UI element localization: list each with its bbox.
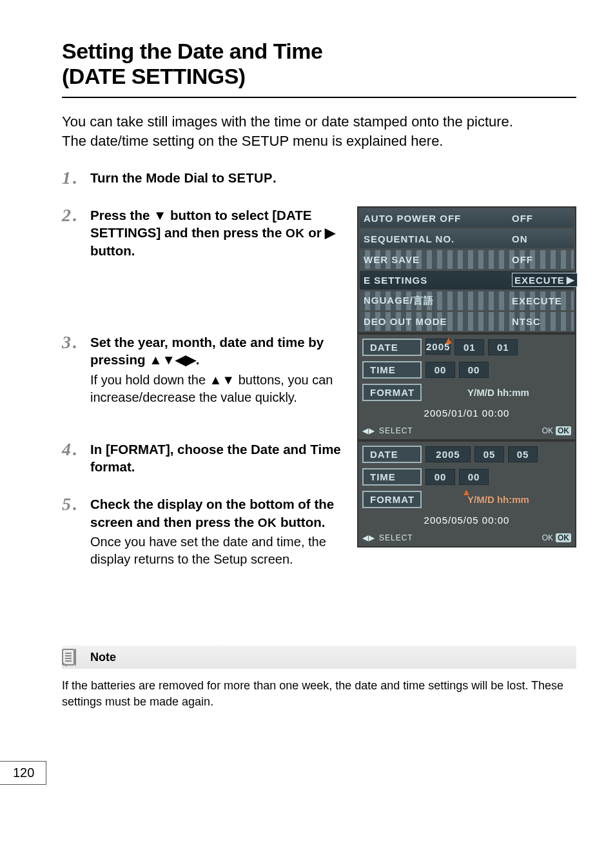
step-2-instruction: Press the ▼ button to select [DATE SETTI… [90,206,347,260]
title-line1: Setting the Date and Time [62,39,322,63]
select-label: SELECT [379,533,413,542]
date-row: DATE ▲ 2005 01 01 [362,339,571,356]
step-3-sub: If you hold down the ▲▼ buttons, you can… [90,371,347,406]
step-1-number: 1. [62,169,81,187]
time-row: TIME 00 00 [362,468,571,486]
triangle-right-icon: ▶ [567,274,575,286]
intro-text: You can take still images with the time … [62,112,576,150]
ok-chip: OK [556,426,571,435]
date-row: DATE 2005 05 05 [362,446,571,463]
step-4-number: 4. [62,440,81,476]
format-row: FORMAT ▲ Y/M/D hh:mm [362,491,571,508]
select-label: SELECT [379,426,413,435]
date-settings-screen-1: DATE ▲ 2005 01 01 TIME 00 00 FORMAT Y/M/… [357,333,576,440]
date-settings-screen-2: DATE 2005 05 05 TIME 00 00 FORMAT ▲ Y/M/… [357,440,576,547]
format-row: FORMAT Y/M/D hh:mm [362,384,571,401]
setup-row-date-settings: E SETTINGS EXECUTE▶ [360,271,574,290]
step-5-instruction: Check the display on the bottom of the s… [90,495,347,531]
setup-row-power-save: WER SAVE OFF [360,250,574,269]
step-1-instruction: Turn the Mode Dial to SETUP. [90,169,576,187]
step-3: 3. Set the year, month, date and time by… [62,333,347,406]
step-1: 1. Turn the Mode Dial to SETUP. [62,169,576,187]
setup-row-language: NGUAGE/言語 EXECUTE [360,291,574,310]
setup-menu-screenshot: AUTO POWER OFF OFF SEQUENTIAL NO. ON WER… [357,206,576,333]
setup-row-video-out: DEO OUT MODE NTSC [360,312,574,331]
step-4-instruction: In [FORMAT], choose the Date and Time fo… [90,440,347,476]
step-5-sub: Once you have set the date and time, the… [90,533,347,568]
combined-datetime: 2005/05/05 00:00 [362,515,571,526]
step-5: 5. Check the display on the bottom of th… [62,495,347,568]
step-2-number: 2. [62,206,81,260]
setup-row-auto-power-off: AUTO POWER OFF OFF [360,209,574,228]
note-icon [62,647,84,667]
intro-text-2: The date/time setting on the SETUP menu … [62,133,444,149]
cursor-up-icon: ▲ [444,335,454,346]
combined-datetime: 2005/01/01 00:00 [362,408,571,419]
note-title: Note [90,651,116,664]
page-title: Setting the Date and Time (DATE SETTINGS… [62,39,576,98]
time-row: TIME 00 00 [362,361,571,379]
title-line2: (DATE SETTINGS) [62,64,246,88]
note-body: If the batteries are removed for more th… [62,678,576,709]
step-3-instruction: Set the year, month, date and time by pr… [90,333,347,369]
step-2: 2. Press the ▼ button to select [DATE SE… [62,206,347,260]
ok-label: OK [542,426,553,435]
ok-label: OK [542,533,553,542]
step-3-number: 3. [62,333,81,406]
step-4: 4. In [FORMAT], choose the Date and Time… [62,440,347,476]
setup-row-sequential-no: SEQUENTIAL NO. ON [360,230,574,248]
intro-text-1: You can take still images with the time … [62,113,513,130]
step-5-number: 5. [62,495,81,568]
note-section: Note If the batteries are removed for mo… [62,646,576,709]
cursor-up-icon: ▲ [462,486,471,497]
page-number: 120 [0,761,46,785]
page-content: Setting the Date and Time (DATE SETTINGS… [0,0,615,722]
ok-chip: OK [556,533,571,542]
svg-rect-0 [63,649,74,665]
